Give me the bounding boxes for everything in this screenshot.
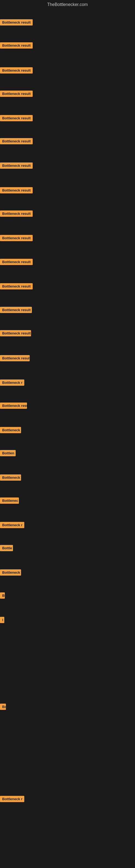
bottleneck-badge-26[interactable]: l [0, 617, 4, 623]
bottleneck-badge-17[interactable]: Bottleneck resu [0, 403, 27, 409]
bottleneck-item-13: Bottleneck result [0, 307, 32, 314]
bottleneck-item-22: Bottleneck r [0, 522, 24, 529]
bottleneck-item-19: Bottlen [0, 450, 16, 457]
bottleneck-item-7: Bottleneck result [0, 162, 33, 170]
bottleneck-item-9: Bottleneck result [0, 211, 33, 218]
bottleneck-item-24: Bottleneck [0, 569, 21, 577]
bottleneck-badge-7[interactable]: Bottleneck result [0, 162, 33, 169]
bottleneck-item-17: Bottleneck resu [0, 403, 27, 410]
bottleneck-badge-27[interactable]: Bo [0, 704, 6, 710]
bottleneck-badge-1[interactable]: Bottleneck result [0, 19, 33, 26]
bottleneck-badge-11[interactable]: Bottleneck result [0, 259, 33, 265]
bottleneck-item-14: Bottleneck result [0, 330, 31, 337]
bottleneck-badge-25[interactable]: B [0, 592, 5, 599]
bottleneck-badge-23[interactable]: Bottle [0, 545, 13, 551]
bottleneck-badge-10[interactable]: Bottleneck result [0, 235, 33, 241]
bottleneck-item-6: Bottleneck result [0, 138, 33, 145]
bottleneck-item-10: Bottleneck result [0, 235, 33, 242]
bottleneck-badge-9[interactable]: Bottleneck result [0, 211, 33, 217]
site-title: TheBottlenecker.com [0, 0, 135, 9]
bottleneck-item-23: Bottle [0, 545, 13, 552]
bottleneck-item-11: Bottleneck result [0, 259, 33, 266]
bottleneck-item-4: Bottleneck result [0, 91, 33, 98]
bottleneck-item-25: B [0, 592, 5, 600]
bottleneck-badge-22[interactable]: Bottleneck r [0, 522, 24, 528]
bottleneck-item-5: Bottleneck result [0, 115, 33, 122]
bottleneck-item-8: Bottleneck result [0, 187, 33, 194]
bottleneck-item-3: Bottleneck result [0, 67, 33, 74]
bottleneck-item-26: l [0, 617, 4, 624]
bottleneck-badge-13[interactable]: Bottleneck result [0, 307, 32, 313]
bottleneck-item-27: Bo [0, 704, 6, 711]
bottleneck-badge-15[interactable]: Bottleneck result [0, 355, 30, 361]
bottleneck-badge-20[interactable]: Bottleneck [0, 474, 21, 480]
bottleneck-badge-14[interactable]: Bottleneck result [0, 330, 31, 336]
bottleneck-badge-6[interactable]: Bottleneck result [0, 138, 33, 144]
bottleneck-item-18: Bottleneck [0, 427, 21, 434]
bottleneck-item-2: Bottleneck result [0, 42, 33, 50]
bottleneck-badge-18[interactable]: Bottleneck [0, 427, 21, 433]
bottleneck-badge-5[interactable]: Bottleneck result [0, 115, 33, 121]
bottleneck-badge-4[interactable]: Bottleneck result [0, 91, 33, 97]
bottleneck-item-15: Bottleneck result [0, 355, 30, 362]
bottleneck-badge-12[interactable]: Bottleneck result [0, 283, 33, 289]
bottleneck-badge-8[interactable]: Bottleneck result [0, 187, 33, 193]
bottleneck-badge-3[interactable]: Bottleneck result [0, 67, 33, 73]
bottleneck-item-1: Bottleneck result [0, 19, 33, 27]
bottleneck-badge-16[interactable]: Bottleneck r [0, 379, 24, 386]
bottleneck-badge-21[interactable]: Bottlenec [0, 497, 19, 504]
bottleneck-badge-2[interactable]: Bottleneck result [0, 42, 33, 49]
bottleneck-item-12: Bottleneck result [0, 283, 33, 290]
bottleneck-item-16: Bottleneck r [0, 379, 24, 387]
bottleneck-badge-24[interactable]: Bottleneck [0, 569, 21, 576]
bottleneck-item-21: Bottlenec [0, 497, 19, 505]
bottleneck-item-28: Bottleneck r [0, 796, 24, 803]
bottleneck-badge-19[interactable]: Bottlen [0, 450, 16, 456]
bottleneck-item-20: Bottleneck [0, 474, 21, 482]
bottleneck-badge-28[interactable]: Bottleneck r [0, 796, 24, 802]
